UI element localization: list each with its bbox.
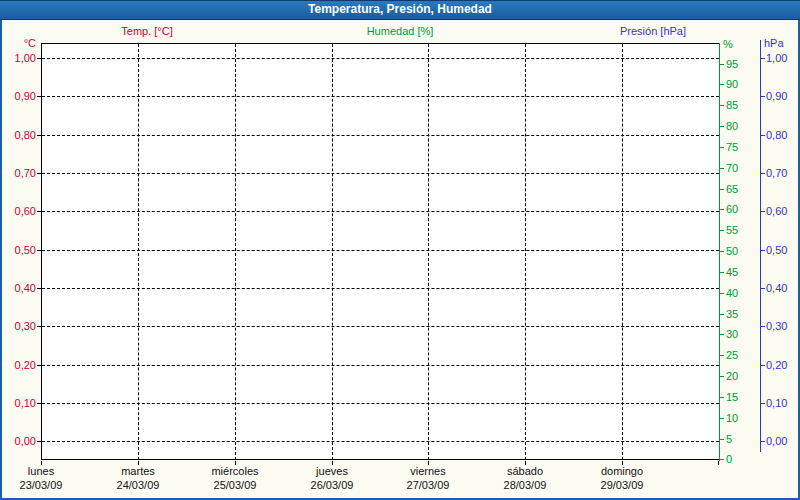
temp-axis-tick [37,173,41,174]
humidity-axis-label: 55 [726,224,760,236]
temp-axis-tick [37,250,41,251]
legend-item-humidity: Humedad [%] [320,25,480,37]
h-gridline [42,250,719,251]
v-gridline [525,44,526,460]
humidity-axis-tick [720,147,724,148]
humidity-axis-label: 95 [726,58,760,70]
humidity-axis-tick [720,418,724,419]
day-name-label: lunes [0,465,89,477]
temp-axis-tick [37,288,41,289]
humidity-axis-label: 80 [726,120,760,132]
humidity-axis-tick [720,230,724,231]
pressure-axis-label: 1,00 [766,52,800,64]
h-gridline [42,58,719,59]
humidity-axis-tick [720,334,724,335]
h-gridline [42,326,719,327]
day-name-label: domingo [574,465,670,477]
h-gridline [42,173,719,174]
humidity-axis-label: 90 [726,78,760,90]
humidity-axis-tick [720,84,724,85]
temp-axis-tick [37,96,41,97]
humidity-axis-label: 70 [726,162,760,174]
title-bar: Temperatura, Presión, Humedad [0,0,800,20]
day-date-label: 28/03/09 [477,479,573,491]
pressure-axis-label: 0,00 [766,435,800,447]
humidity-axis-label: 30 [726,328,760,340]
temp-axis-tick [37,365,41,366]
pressure-axis-tick [761,96,765,97]
v-gridline [332,44,333,460]
humidity-axis-label: 40 [726,287,760,299]
humidity-axis-tick [720,168,724,169]
temp-axis-label: 0,00 [0,435,36,447]
legend-item-pressure: Presión [hPa] [573,25,733,37]
temp-axis-label: 0,40 [0,282,36,294]
humidity-axis-label: 50 [726,245,760,257]
day-name-label: martes [90,465,186,477]
temp-axis-label: 0,30 [0,320,36,332]
pressure-axis-label: 0,80 [766,129,800,141]
temp-axis-label: 0,80 [0,129,36,141]
humidity-axis-tick [720,397,724,398]
temp-axis-label: 0,50 [0,244,36,256]
day-date-label: 26/03/09 [284,479,380,491]
humidity-axis-tick [720,459,724,460]
humidity-axis-tick [720,376,724,377]
day-date-label: 24/03/09 [90,479,186,491]
humidity-axis-label: 20 [726,370,760,382]
v-gridline [235,44,236,460]
temp-axis-label: 0,10 [0,397,36,409]
pressure-axis-label: 0,40 [766,282,800,294]
humidity-axis-label: 65 [726,183,760,195]
humidity-axis-tick [720,105,724,106]
day-date-label: 25/03/09 [187,479,283,491]
pressure-axis-header: hPa [764,37,784,49]
temp-axis-label: 1,00 [0,52,36,64]
humidity-axis-label: 60 [726,203,760,215]
humidity-axis-header: % [723,38,733,50]
temp-axis-label: 0,90 [0,90,36,102]
temp-axis-label: 0,60 [0,205,36,217]
day-name-label: sábado [477,465,573,477]
pressure-axis-label: 0,60 [766,205,800,217]
pressure-axis-tick [761,403,765,404]
pressure-axis-tick [761,211,765,212]
pressure-axis-label: 0,20 [766,359,800,371]
plot-area [41,43,719,460]
humidity-axis-tick [720,64,724,65]
pressure-axis-tick [761,365,765,366]
humidity-axis-tick [720,126,724,127]
humidity-axis-label: 0 [726,453,760,465]
pressure-axis-tick [761,135,765,136]
pressure-axis-label: 0,30 [766,320,800,332]
h-gridline [42,96,719,97]
humidity-axis-label: 35 [726,308,760,320]
chart-window: Temperatura, Presión, Humedad Temp. [°C]… [0,0,800,500]
humidity-axis-label: 15 [726,391,760,403]
legend-item-temperature: Temp. [°C] [67,25,227,37]
pressure-axis-label: 0,70 [766,167,800,179]
h-gridline [42,211,719,212]
pressure-axis-tick [761,441,765,442]
pressure-axis-line [760,40,761,452]
day-date-label: 27/03/09 [380,479,476,491]
h-gridline [42,365,719,366]
h-gridline [42,135,719,136]
temp-axis-tick [37,58,41,59]
x-axis-tick [718,461,719,465]
pressure-axis-tick [761,58,765,59]
temp-axis-tick [37,135,41,136]
humidity-axis-tick [720,272,724,273]
day-name-label: viernes [380,465,476,477]
day-date-label: 29/03/09 [574,479,670,491]
temp-axis-header: °C [0,37,36,49]
day-date-label: 23/03/09 [0,479,89,491]
temp-axis-label: 0,70 [0,167,36,179]
h-gridline [42,288,719,289]
v-gridline [428,44,429,460]
humidity-axis-label: 25 [726,349,760,361]
pressure-axis-tick [761,326,765,327]
h-gridline [42,403,719,404]
temp-axis-tick [37,326,41,327]
pressure-axis-label: 0,50 [766,244,800,256]
